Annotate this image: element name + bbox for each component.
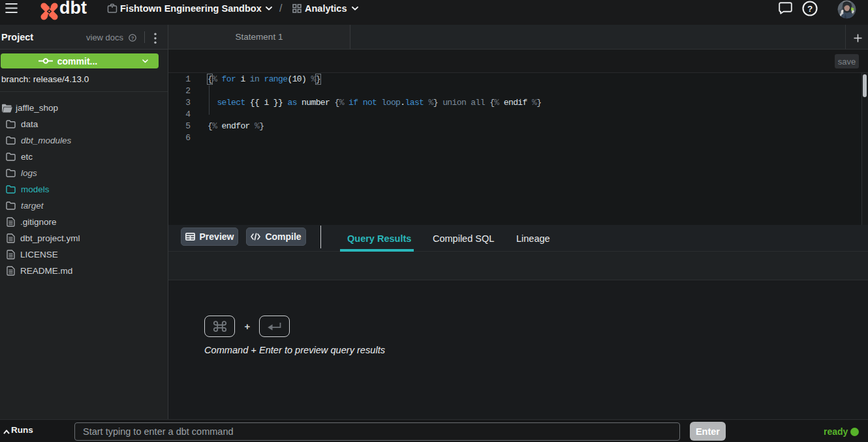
svg-text:?: ? [807, 4, 813, 14]
svg-text:?: ? [131, 35, 134, 41]
